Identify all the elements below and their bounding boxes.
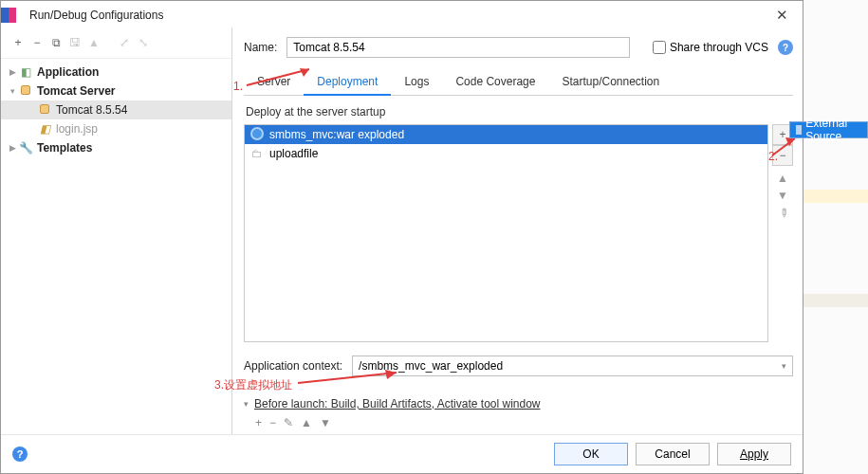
titlebar: Run/Debug Configurations ✕ [1, 1, 803, 27]
popup-label: External Source... [805, 117, 861, 143]
intellij-logo-icon [9, 8, 24, 23]
folder-icon: 🗀 [250, 147, 264, 160]
move-up-button[interactable]: ▲ [84, 33, 103, 52]
tree-node-application[interactable]: ▶ ◧ Application [1, 63, 231, 82]
war-icon [250, 127, 264, 143]
chevron-down-icon: ▾ [244, 399, 249, 409]
configurations-tree: ▶ ◧ Application ▾ Tomcat Server Tomcat 8… [1, 59, 231, 434]
wrench-icon: 🔧 [18, 141, 33, 155]
tab-startup-connection[interactable]: Startup/Connection [548, 69, 673, 95]
share-vcs[interactable]: Share through VCS [639, 41, 768, 54]
help-icon[interactable]: ? [12, 447, 28, 462]
background-right-strip [803, 0, 868, 474]
move-up-icon[interactable]: ▲ [773, 172, 792, 189]
external-source-icon [796, 125, 802, 135]
bl-edit-button[interactable]: ✎ [284, 416, 293, 429]
remove-config-button[interactable]: − [28, 33, 46, 52]
add-config-button[interactable]: + [9, 33, 28, 52]
share-vcs-checkbox[interactable] [653, 41, 666, 54]
tree-node-tomcat-instance[interactable]: Tomcat 8.5.54 [1, 100, 231, 119]
bl-up-button[interactable]: ▲ [301, 416, 312, 429]
sidebar-toolbar: + − ⧉ 🖫 ▲ ⤢ ⤡ [1, 27, 231, 59]
dialog-title: Run/Debug Configurations [29, 9, 768, 22]
tab-deployment[interactable]: Deployment [304, 69, 391, 96]
before-launch-title: Before launch: Build, Build Artifacts, A… [254, 397, 541, 410]
tab-logs[interactable]: Logs [391, 69, 442, 95]
run-debug-dialog: Run/Debug Configurations ✕ + − ⧉ 🖫 ▲ ⤢ ⤡… [0, 0, 803, 474]
jsp-icon: ◧ [37, 122, 52, 136]
list-item[interactable]: 🗀 uploadfile [245, 144, 767, 163]
tree-label: Tomcat 8.5.54 [56, 103, 127, 117]
apply-button[interactable]: Apply [717, 443, 791, 465]
save-config-button[interactable]: 🖫 [65, 33, 84, 52]
tree-node-login-jsp[interactable]: ◧ login.jsp [1, 119, 231, 138]
tomcat-server-icon [18, 84, 33, 98]
before-launch-section: ▾ Before launch: Build, Build Artifacts,… [244, 397, 793, 429]
tree-node-tomcat-server[interactable]: ▾ Tomcat Server [1, 82, 231, 100]
before-launch-header[interactable]: ▾ Before launch: Build, Build Artifacts,… [244, 397, 793, 410]
external-source-popup[interactable]: External Source... [789, 121, 868, 138]
edit-icon[interactable]: ✎ [770, 202, 794, 226]
chevron-right-icon: ▶ [7, 143, 18, 153]
configurations-sidebar: + − ⧉ 🖫 ▲ ⤢ ⤡ ▶ ◧ Application ▾ Tomcat S [1, 27, 232, 434]
reorder-arrows: ▲ ▼ ✎ [772, 172, 793, 223]
list-item-label: smbms_mvc:war exploded [269, 128, 404, 141]
ok-button[interactable]: OK [554, 443, 628, 465]
tab-server[interactable]: Server [244, 69, 304, 95]
chevron-down-icon: ▾ [7, 86, 18, 96]
tab-bar: Server Deployment Logs Code Coverage Sta… [244, 69, 793, 96]
share-vcs-label: Share through VCS [670, 41, 768, 54]
close-icon[interactable]: ✕ [768, 7, 795, 24]
bl-add-button[interactable]: + [255, 416, 262, 429]
tree-label: login.jsp [56, 122, 98, 136]
application-context-row: Application context: /smbms_mvc_war_expl… [244, 356, 793, 376]
before-launch-toolbar: + − ✎ ▲ ▼ [244, 410, 793, 429]
context-value: /smbms_mvc_war_exploded [359, 359, 503, 373]
list-item-label: uploadfile [269, 147, 318, 160]
tree-label: Templates [37, 141, 92, 155]
application-icon: ◧ [18, 65, 33, 79]
annotation-3: 3.设置虚拟地址 [214, 377, 292, 393]
deploy-list[interactable]: smbms_mvc:war exploded 🗀 uploadfile [244, 124, 768, 342]
tree-node-templates[interactable]: ▶ 🔧 Templates [1, 138, 231, 157]
tree-label: Application [37, 65, 99, 79]
help-icon[interactable]: ? [778, 40, 793, 55]
deploy-area: smbms_mvc:war exploded 🗀 uploadfile + − … [244, 124, 793, 342]
bl-remove-button[interactable]: − [269, 416, 276, 429]
chevron-down-icon: ▾ [782, 361, 786, 371]
name-label: Name: [244, 41, 277, 54]
copy-config-button[interactable]: ⧉ [46, 33, 65, 52]
name-input[interactable] [286, 37, 630, 58]
annotation-1: 1. [233, 80, 243, 93]
tab-code-coverage[interactable]: Code Coverage [442, 69, 548, 95]
annotation-2: 2. [768, 150, 778, 163]
list-item[interactable]: smbms_mvc:war exploded [245, 125, 767, 144]
tree-label: Tomcat Server [37, 84, 115, 98]
deploy-section-label: Deploy at the server startup [244, 96, 793, 124]
cancel-button[interactable]: Cancel [636, 443, 710, 465]
expand-tree-button[interactable]: ⤢ [115, 33, 134, 52]
tomcat-icon [37, 103, 52, 117]
context-label: Application context: [244, 359, 342, 373]
collapse-tree-button[interactable]: ⤡ [134, 33, 153, 52]
config-panel: Name: Share through VCS ? Server Deploym… [232, 27, 803, 434]
name-row: Name: Share through VCS ? [244, 33, 793, 67]
context-combo[interactable]: /smbms_mvc_war_exploded ▾ [352, 356, 793, 376]
chevron-right-icon: ▶ [7, 67, 18, 77]
bl-down-button[interactable]: ▼ [320, 416, 331, 429]
dialog-footer: ? OK Cancel Apply [1, 434, 803, 473]
